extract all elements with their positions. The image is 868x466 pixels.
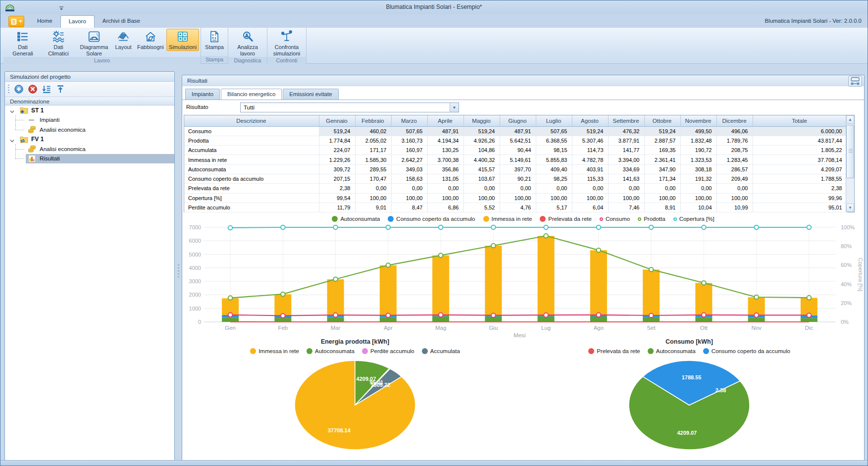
- tab-emissioni-evitate[interactable]: Emissioni evitate: [283, 89, 338, 100]
- column-header-agosto[interactable]: Agosto: [572, 115, 608, 126]
- dati-generali-button[interactable]: Dati Generali: [5, 29, 41, 57]
- combobox-value: Tutti: [244, 104, 255, 110]
- column-header-gennaio[interactable]: Gennaio: [319, 115, 355, 126]
- column-header-ottobre[interactable]: Ottobre: [644, 115, 680, 126]
- expand-all-icon: [42, 87, 51, 96]
- chevron-down-icon[interactable]: [10, 108, 14, 112]
- value-cell: 409,40: [536, 164, 572, 174]
- table-row-prelevata-da-rete[interactable]: Prelevata da rete2,380,000,000,000,000,0…: [184, 184, 847, 193]
- chevron-down-icon[interactable]: [10, 138, 14, 141]
- panel-splitter[interactable]: [177, 71, 181, 461]
- value-cell: 0,00: [572, 184, 608, 193]
- analizza-lavoro-button[interactable]: Analizza lavoro: [230, 29, 265, 57]
- stampa-button[interactable]: Stampa: [203, 29, 226, 51]
- value-cell: 90,44: [500, 146, 536, 155]
- column-header-dicembre[interactable]: Dicembre: [716, 115, 753, 126]
- ribbon-tab-archivi-di-base[interactable]: Archivi di Base: [95, 15, 148, 28]
- minimize-button[interactable]: [817, 3, 827, 11]
- tree-column-header[interactable]: Denominazione: [5, 97, 174, 105]
- table-row-immessa-in-rete[interactable]: Immessa in rete1.229,261.585,302.642,273…: [184, 155, 847, 164]
- column-header-novembre[interactable]: Novembre: [680, 115, 716, 126]
- column-header-totale[interactable]: Totale: [753, 115, 847, 126]
- row-label: Copertura [%]: [184, 193, 319, 203]
- coins-icon: [28, 125, 36, 134]
- svg-text:2000: 2000: [189, 292, 201, 298]
- table-row-autoconsumata[interactable]: Autoconsumata309,72289,55349,03356,86415…: [184, 164, 847, 174]
- legend-marker-icon: [703, 348, 709, 354]
- tree-item-fv-1[interactable]: FV 1: [5, 135, 174, 145]
- close-button[interactable]: [851, 3, 861, 11]
- value-cell: 349,03: [391, 164, 427, 174]
- column-header-settembre[interactable]: Settembre: [608, 115, 644, 126]
- svg-text:Mag: Mag: [435, 325, 446, 331]
- table-row-perdite-accumulo[interactable]: Perdite accumulo11,799,018,476,865,524,7…: [184, 203, 847, 212]
- delete-button[interactable]: [28, 84, 38, 94]
- toolbar-grip[interactable]: [8, 85, 9, 94]
- tab-impianto[interactable]: Impianto: [185, 89, 220, 100]
- ribbon-tab-lavoro[interactable]: Lavoro: [60, 15, 95, 28]
- simulazioni-button[interactable]: Simulazioni: [166, 29, 199, 51]
- chart-grid: [204, 227, 835, 322]
- value-cell: 487,91: [427, 126, 463, 136]
- legend-item-accumulata[interactable]: Accumulata: [422, 348, 460, 354]
- table-scrollbar[interactable]: ▲ ▼: [846, 115, 854, 212]
- table-row-consumo[interactable]: Consumo519,24460,02507,65487,91519,24487…: [184, 126, 847, 136]
- ribbon-tab-row: HomeLavoroArchivi di Base Blumatica Impi…: [0, 14, 868, 28]
- bars-autoconsumata: [222, 316, 817, 322]
- value-cell: 8,47: [391, 203, 427, 212]
- scroll-down-button[interactable]: ▼: [846, 204, 854, 212]
- tab-bilancio-energetico[interactable]: Bilancio energetico: [221, 89, 282, 100]
- tree-item-st-1[interactable]: ST 1: [5, 105, 174, 115]
- svg-text:Feb: Feb: [278, 325, 288, 331]
- table-row-consumo-coperto-da-accumulo[interactable]: Consumo coperto da accumulo207,15170,471…: [184, 174, 847, 183]
- legend-item-perdite-accumulo[interactable]: Perdite accumulo: [362, 348, 414, 354]
- pie-value-label-prelevata-da-rete: 2.38: [715, 387, 726, 393]
- diagramma-solare-button[interactable]: Diagramma Solare: [76, 29, 112, 57]
- pie-value-label-autoconsumata: 4209.07: [677, 430, 697, 436]
- legend-item-autoconsumata[interactable]: Autoconsumata: [306, 348, 355, 354]
- column-header-aprile[interactable]: Aprile: [427, 115, 463, 126]
- legend-item-prelevata-da-rete[interactable]: Prelevata da rete: [588, 348, 640, 354]
- ribbon-group-diagnostica: Analizza lavoroDiagnostica: [228, 28, 267, 63]
- ribbon-group-confronti: ABConfronta simulazioniConfronti: [267, 28, 306, 63]
- result-filter-combobox[interactable]: Tutti ▼: [240, 103, 459, 112]
- column-header-febbraio[interactable]: Febbraio: [355, 115, 391, 126]
- style-button[interactable]: [800, 3, 810, 11]
- chevron-down-icon: [19, 20, 22, 23]
- value-cell: 0,00: [608, 184, 644, 193]
- value-cell: 98,25: [536, 174, 572, 183]
- scroll-up-button[interactable]: ▲: [846, 115, 854, 124]
- dati-climatici-button[interactable]: Dati Climatici: [41, 29, 76, 57]
- table-row-accumulata[interactable]: Accumulata224,07171,17160,97130,25104,86…: [184, 146, 847, 155]
- table-row-prodotta[interactable]: Prodotta1.774,842.055,023.160,734.194,34…: [184, 136, 847, 145]
- value-cell: 519,24: [463, 126, 500, 136]
- tree-item-analisi-economica[interactable]: Analisi economica: [5, 144, 174, 154]
- legend-item-immessa-in-rete[interactable]: Immessa in rete: [250, 348, 299, 354]
- layout-button[interactable]: Layout: [112, 29, 135, 51]
- tree-item-analisi-economica[interactable]: Analisi economica: [5, 125, 174, 135]
- combobox-dropdown-icon[interactable]: ▼: [450, 103, 459, 112]
- column-header-luglio[interactable]: Luglio: [536, 115, 572, 126]
- add-button[interactable]: [14, 84, 24, 94]
- expand-all-button[interactable]: [42, 84, 51, 94]
- fabbisogni-button[interactable]: Fabbisogni: [135, 29, 166, 51]
- collapse-all-button[interactable]: [55, 84, 65, 94]
- ribbon-tab-home[interactable]: Home: [29, 15, 60, 28]
- confronta-simulazioni-button[interactable]: ABConfronta simulazioni: [269, 29, 305, 57]
- table-row-copertura[interactable]: Copertura [%]99,54100,00100,00100,00100,…: [184, 193, 847, 203]
- legend-item-consumo-coperto-da-accumulo[interactable]: Consumo coperto da accumulo: [703, 348, 790, 354]
- tree-item-risultati[interactable]: Risultati: [5, 154, 174, 164]
- column-header-marzo[interactable]: Marzo: [391, 115, 427, 126]
- legend-item-autoconsumata[interactable]: Autoconsumata: [648, 348, 696, 354]
- pv-folder-icon: [20, 135, 28, 144]
- maximize-button[interactable]: [834, 3, 844, 11]
- house-arrows-icon: [144, 30, 157, 43]
- tree-item-impianti[interactable]: Impianti: [5, 115, 174, 125]
- value-cell: 403,91: [572, 164, 608, 174]
- scrollbar-thumb[interactable]: [846, 125, 854, 178]
- column-header-giugno[interactable]: Giugno: [500, 115, 536, 126]
- expand-panel-button[interactable]: [848, 76, 862, 87]
- column-header-descrizione[interactable]: Descrizione: [184, 115, 319, 126]
- column-header-maggio[interactable]: Maggio: [463, 115, 500, 126]
- app-menu-button[interactable]: [8, 16, 24, 27]
